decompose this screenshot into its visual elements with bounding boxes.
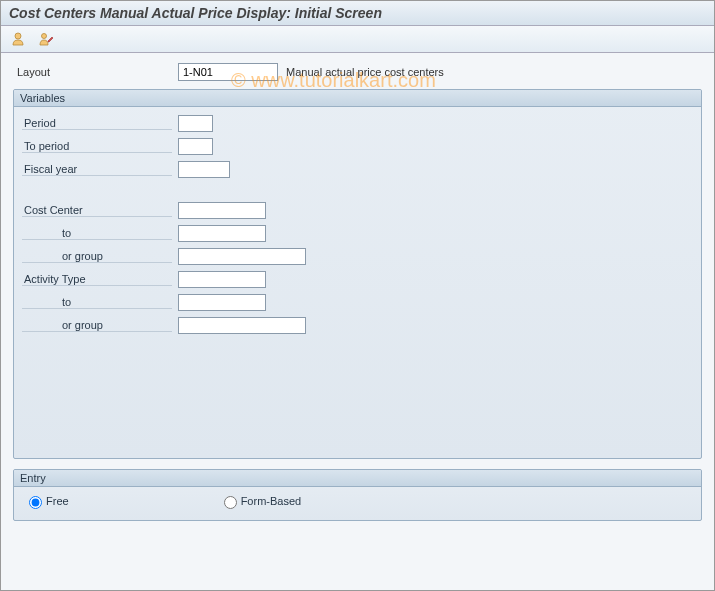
activity-type-to-label: to [22, 296, 172, 309]
entry-form-label: Form-Based [241, 495, 302, 507]
cost-center-group-row: or group [22, 246, 693, 267]
activity-type-to-input[interactable] [178, 294, 266, 311]
activity-type-label: Activity Type [22, 273, 172, 286]
cost-center-group-input[interactable] [178, 248, 306, 265]
layout-row: Layout Manual actual price cost centers [13, 63, 702, 81]
toolbar [1, 26, 714, 53]
person-icon [10, 31, 26, 47]
content-area: © www.tutorialkart.com Layout Manual act… [1, 53, 714, 591]
layout-label: Layout [13, 66, 178, 78]
cost-center-to-input[interactable] [178, 225, 266, 242]
entry-header: Entry [14, 470, 701, 487]
variables-group: Variables Period To period Fiscal year C… [13, 89, 702, 459]
to-period-input[interactable] [178, 138, 213, 155]
entry-form-radio[interactable] [224, 496, 237, 509]
activity-type-input[interactable] [178, 271, 266, 288]
page-title: Cost Centers Manual Actual Price Display… [9, 5, 382, 21]
cost-center-row: Cost Center [22, 200, 693, 221]
layout-description: Manual actual price cost centers [286, 66, 444, 78]
cost-center-to-row: to [22, 223, 693, 244]
cost-center-group-label: or group [22, 250, 172, 263]
user-edit-button[interactable] [35, 29, 57, 49]
activity-type-group-row: or group [22, 315, 693, 336]
fiscal-year-input[interactable] [178, 161, 230, 178]
cost-center-input[interactable] [178, 202, 266, 219]
fiscal-year-row: Fiscal year [22, 159, 693, 180]
activity-type-group-input[interactable] [178, 317, 306, 334]
activity-type-row: Activity Type [22, 269, 693, 290]
title-bar: Cost Centers Manual Actual Price Display… [1, 1, 714, 26]
variables-header: Variables [14, 90, 701, 107]
fiscal-year-label: Fiscal year [22, 163, 172, 176]
period-label: Period [22, 117, 172, 130]
cost-center-to-label: to [22, 227, 172, 240]
activity-type-to-row: to [22, 292, 693, 313]
cost-center-label: Cost Center [22, 204, 172, 217]
user-profile-button[interactable] [7, 29, 29, 49]
entry-free-radio[interactable] [29, 496, 42, 509]
person-pencil-icon [38, 31, 54, 47]
svg-point-1 [42, 34, 47, 39]
svg-point-0 [15, 33, 21, 39]
to-period-row: To period [22, 136, 693, 157]
activity-type-group-label: or group [22, 319, 172, 332]
entry-free-option[interactable]: Free [24, 493, 69, 509]
to-period-label: To period [22, 140, 172, 153]
entry-free-label: Free [46, 495, 69, 507]
entry-group: Entry Free Form-Based [13, 469, 702, 521]
period-input[interactable] [178, 115, 213, 132]
period-row: Period [22, 113, 693, 134]
entry-form-option[interactable]: Form-Based [219, 493, 302, 509]
layout-input[interactable] [178, 63, 278, 81]
